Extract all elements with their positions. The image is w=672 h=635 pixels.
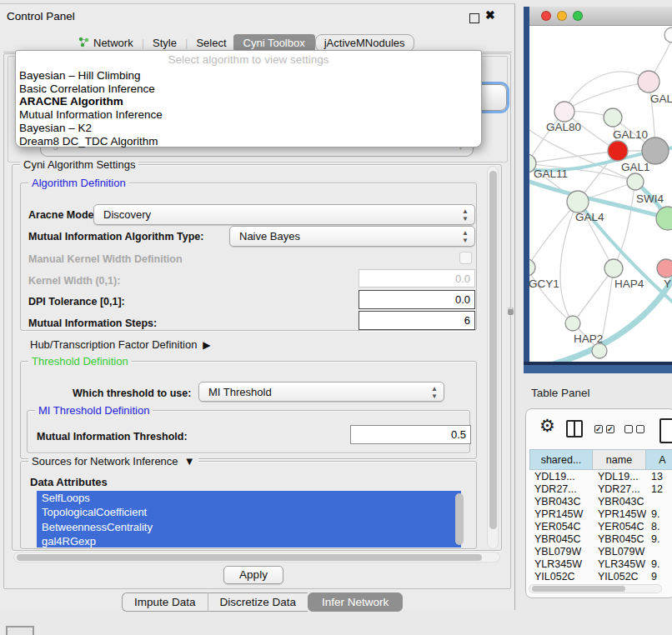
deselect-all-checkboxes-icon[interactable] <box>624 425 644 433</box>
table-row[interactable]: YDR27...YDR27...12 <box>529 483 672 496</box>
table-row[interactable]: YPR145WYPR145W9. <box>529 508 672 521</box>
algorithm-option[interactable]: Dream8 DC_TDC Algorithm <box>16 135 481 148</box>
table-cell <box>646 546 672 558</box>
tab-discretize-data[interactable]: Discretize Data <box>208 592 308 612</box>
settings-horizontal-scrollbar[interactable] <box>13 552 500 562</box>
tab-impute-data[interactable]: Impute Data <box>122 592 208 612</box>
column-header-shared[interactable]: shared... <box>529 449 593 470</box>
network-node[interactable] <box>656 207 672 230</box>
table-row[interactable]: YDL19...YDL19...13 <box>529 471 672 483</box>
settings-vscroll-thumb[interactable] <box>489 171 497 529</box>
network-node-label: GAL11 <box>534 168 568 180</box>
table-row[interactable]: YLR345WYLR345W9. <box>529 558 672 571</box>
network-node[interactable] <box>627 173 644 190</box>
mi-steps-field[interactable]: 6 <box>359 311 475 330</box>
zoom-traffic-light[interactable] <box>573 11 583 21</box>
network-node[interactable] <box>565 316 580 331</box>
algorithm-option[interactable]: Mutual Information Inference <box>16 108 481 122</box>
network-edge[interactable] <box>529 268 573 323</box>
manual-kernel-checkbox[interactable] <box>459 252 472 264</box>
control-panel-title: Control Panel <box>7 10 75 22</box>
tab-network[interactable]: Network <box>72 35 140 52</box>
chevron-down-icon[interactable]: ▼ <box>181 455 194 468</box>
aracne-mode-combobox[interactable]: Discovery ▲▼ <box>93 204 475 225</box>
algorithm-dropdown-options: Bayesian – Hill ClimbingBasic Correlatio… <box>16 69 481 148</box>
mi-threshold-field[interactable]: 0.5 <box>350 425 471 444</box>
algorithm-definition-title: Algorithm Definition <box>28 177 129 189</box>
attribute-list-item[interactable]: BetweennessCentrality <box>37 520 461 534</box>
network-node-label: Y <box>664 278 671 290</box>
table-header-row: shared... name A <box>529 449 672 470</box>
algorithm-option[interactable]: Basic Correlation Inference <box>16 82 481 96</box>
table-cell: YLR345W <box>593 558 646 571</box>
network-node[interactable] <box>664 28 672 42</box>
panel-splitter-handle[interactable] <box>508 308 514 315</box>
algorithm-option[interactable]: Bayesian – Hill Climbing <box>16 69 481 82</box>
dock-panel-icon[interactable] <box>6 626 34 635</box>
table-cell: YDR27... <box>593 483 646 496</box>
table-hscroll-thumb[interactable] <box>532 586 625 592</box>
table-row[interactable]: YIL052CYIL052C9 <box>529 571 672 583</box>
gear-icon[interactable]: ⚙ <box>539 416 555 436</box>
aracne-mode-value: Discovery <box>103 208 151 221</box>
settings-vertical-scrollbar[interactable] <box>487 166 499 549</box>
network-node[interactable] <box>567 191 589 212</box>
network-edge[interactable] <box>529 202 578 268</box>
list-scrollbar-thumb[interactable] <box>455 493 464 545</box>
network-graph[interactable]: GALGAL80GAL10GAL1GAL11SWI4GAL4GCY1HAP4YH… <box>529 25 672 362</box>
network-tab-icon <box>78 37 89 50</box>
mi-type-combobox[interactable]: Naive Bayes ▲▼ <box>229 226 475 247</box>
threshold-definition-title: Threshold Definition <box>28 355 132 368</box>
network-node[interactable] <box>657 259 672 278</box>
algorithm-option[interactable]: ARACNE Algorithm <box>16 95 481 108</box>
attribute-list-item[interactable]: SelfLoops <box>37 491 461 505</box>
document-icon[interactable] <box>659 418 672 443</box>
network-node[interactable] <box>554 102 574 122</box>
attribute-list-item[interactable]: gal4RGexp <box>37 534 461 548</box>
table-row[interactable]: YER054CYER054C8. <box>529 521 672 533</box>
dpi-tolerance-field[interactable]: 0.0 <box>359 290 475 309</box>
mi-steps-label: Mutual Information Steps: <box>28 318 157 329</box>
close-icon[interactable]: ✖ <box>485 8 495 22</box>
tab-divider: | <box>183 37 189 49</box>
stepper-icon: ▲▼ <box>462 208 469 222</box>
tab-network-label: Network <box>93 37 133 49</box>
apply-button[interactable]: Apply <box>223 566 283 584</box>
network-node[interactable] <box>608 141 628 161</box>
network-node[interactable] <box>592 343 607 358</box>
column-header-name[interactable]: name <box>593 449 646 470</box>
columns-icon[interactable] <box>566 420 583 438</box>
float-window-icon[interactable] <box>469 13 479 23</box>
tab-select[interactable]: Select <box>189 35 233 51</box>
hub-definition-expander[interactable]: Hub/Transcription Factor Definition ▶ <box>30 338 211 351</box>
network-node[interactable] <box>604 259 623 278</box>
network-edge[interactable] <box>573 268 614 323</box>
network-node[interactable] <box>638 71 659 92</box>
table-cell: 13 <box>646 471 672 483</box>
table-row[interactable]: YBL079WYBL079W <box>529 546 672 558</box>
network-canvas[interactable]: GALGAL80GAL10GAL1GAL11SWI4GAL4GCY1HAP4YH… <box>529 25 672 362</box>
table-horizontal-scrollbar[interactable] <box>529 584 662 593</box>
tab-jactivemnodules[interactable]: jActiveMNodules <box>315 34 414 52</box>
settings-hscroll-thumb[interactable] <box>17 554 482 561</box>
settings-group-title: Cyni Algorithm Settings <box>20 158 138 171</box>
table-row[interactable]: YBR043CYBR043C <box>529 496 672 508</box>
attribute-list-item[interactable]: TopologicalCoefficient <box>37 505 461 519</box>
data-attributes-list[interactable]: SelfLoopsTopologicalCoefficientBetweenne… <box>37 491 465 548</box>
select-all-checkboxes-icon[interactable]: ✓✓ <box>594 425 614 433</box>
tab-style[interactable]: Style <box>146 35 183 51</box>
minimize-traffic-light[interactable] <box>557 11 567 21</box>
which-threshold-combobox[interactable]: MI Threshold ▲▼ <box>198 382 444 402</box>
tab-infer-network[interactable]: Infer Network <box>308 592 403 612</box>
close-traffic-light[interactable] <box>541 11 551 21</box>
screen: { "control_panel": { "title": "Control P… <box>0 0 672 635</box>
kernel-width-field[interactable]: 0.0 <box>359 269 475 288</box>
network-node[interactable] <box>604 108 622 127</box>
column-header-partial[interactable]: A <box>646 449 672 470</box>
network-window-titlebar[interactable] <box>529 7 672 26</box>
algorithm-option[interactable]: Bayesian – K2 <box>16 122 481 135</box>
network-node[interactable] <box>529 259 535 276</box>
table-row[interactable]: YBR045CYBR045C9. <box>529 533 672 546</box>
network-edge[interactable] <box>564 82 649 112</box>
tab-cyni-toolbox[interactable]: Cyni Toolbox <box>233 34 315 52</box>
